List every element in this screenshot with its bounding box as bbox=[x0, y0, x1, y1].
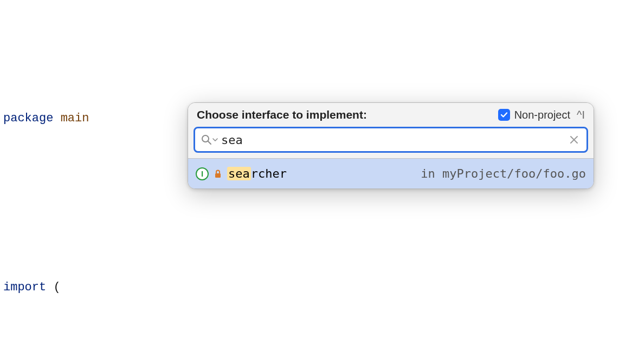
search-icon bbox=[201, 134, 212, 146]
chevron-down-icon[interactable] bbox=[212, 137, 218, 142]
search-input-wrapper[interactable]: sea bbox=[194, 127, 588, 153]
lock-icon bbox=[214, 170, 222, 178]
popup-title: Choose interface to implement: bbox=[197, 108, 367, 121]
shortcut-hint: ^I bbox=[577, 109, 585, 121]
non-project-checkbox[interactable] bbox=[498, 109, 510, 121]
interface-icon: I bbox=[196, 167, 209, 180]
popup-header: Choose interface to implement: Non-proje… bbox=[188, 103, 594, 125]
popup-options: Non-project ^I bbox=[498, 109, 585, 121]
svg-rect-4 bbox=[215, 173, 221, 178]
code-line: "fmt" bbox=[3, 361, 616, 364]
keyword-import: import bbox=[3, 281, 46, 294]
svg-point-0 bbox=[202, 135, 209, 142]
implement-interface-popup: Choose interface to implement: Non-proje… bbox=[188, 102, 594, 189]
clear-icon[interactable] bbox=[567, 134, 581, 146]
result-name: searcher bbox=[227, 167, 287, 180]
match-rest: rcher bbox=[251, 167, 287, 180]
checkmark-icon bbox=[500, 111, 508, 119]
code-line: import ( bbox=[3, 277, 616, 298]
package-name: main bbox=[61, 112, 89, 125]
non-project-label[interactable]: Non-project bbox=[514, 109, 570, 121]
result-path: in myProject/foo/foo.go bbox=[421, 167, 586, 180]
result-left: I searcher bbox=[196, 167, 287, 180]
paren-open: ( bbox=[53, 281, 60, 294]
code-line bbox=[3, 192, 616, 213]
search-input[interactable]: sea bbox=[221, 133, 564, 147]
search-result-row[interactable]: I searcher in myProject/foo/foo.go bbox=[188, 158, 594, 188]
svg-line-1 bbox=[208, 141, 211, 144]
match-highlight: sea bbox=[227, 167, 251, 180]
keyword-package: package bbox=[3, 112, 53, 125]
